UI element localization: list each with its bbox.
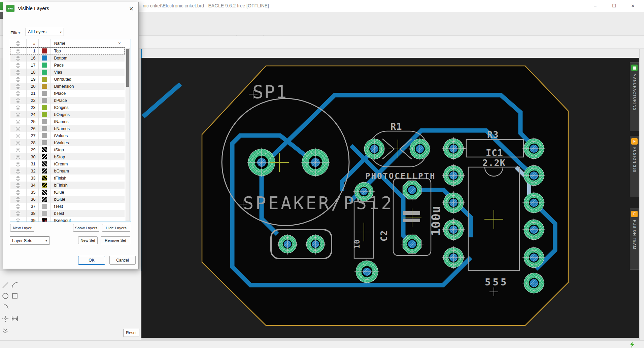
layer-row[interactable]: 21tPlace [10,90,125,97]
visibility-eye-icon[interactable] [16,56,20,61]
layer-row[interactable]: 35tGlue [10,189,125,196]
visibility-eye-icon[interactable] [16,113,20,117]
visibility-eye-icon[interactable] [16,197,20,202]
visibility-eye-icon[interactable] [16,204,20,209]
layer-color-swatch[interactable] [42,70,47,75]
layer-color-swatch[interactable] [42,168,47,173]
layer-color-swatch[interactable] [42,55,47,61]
more-tools-chevron-icon[interactable] [1,327,9,335]
layer-row[interactable]: 22bPlace [10,97,125,104]
layer-row[interactable]: 34bFinish [10,182,125,189]
layer-color-swatch[interactable] [42,161,47,166]
layer-row[interactable]: 32bCream [10,167,125,175]
new-layer-button[interactable]: New Layer [10,224,34,232]
visibility-eye-icon[interactable] [16,190,20,195]
new-set-button[interactable]: New Set [78,236,98,244]
visibility-eye-icon[interactable] [16,183,20,188]
visibility-eye-icon[interactable] [16,176,20,181]
layer-color-swatch[interactable] [42,119,47,124]
layer-color-swatch[interactable] [42,176,47,181]
visibility-eye-icon[interactable] [16,84,20,89]
show-layers-button[interactable]: Show Layers [73,224,99,232]
layer-color-swatch[interactable] [42,48,47,53]
circle-tool[interactable] [1,292,9,300]
layer-color-swatch[interactable] [42,211,47,216]
horizontal-scrollbar[interactable] [141,338,639,340]
visibility-eye-icon[interactable] [16,134,20,138]
rect-tool[interactable] [11,292,19,300]
layer-row[interactable]: 25tNames [10,118,125,125]
visibility-eye-icon[interactable] [16,148,20,152]
arc-tool-2[interactable] [1,303,9,311]
visibility-eye-icon[interactable] [16,77,20,82]
visibility-eye-icon[interactable] [16,127,20,131]
visibility-eye-icon[interactable] [16,99,20,103]
layer-color-swatch[interactable] [42,197,47,202]
visibility-eye-icon[interactable] [16,169,20,173]
layer-color-swatch[interactable] [42,183,47,188]
table-scrollbar-thumb[interactable] [126,49,129,87]
visibility-eye-icon[interactable] [16,155,20,159]
layer-color-swatch[interactable] [42,105,47,110]
layer-row[interactable]: 33tFinish [10,175,125,182]
layer-color-swatch[interactable] [42,218,47,222]
visibility-eye-icon[interactable] [16,141,20,145]
layer-color-swatch[interactable] [42,77,47,82]
layer-color-swatch[interactable] [42,91,47,96]
layer-color-swatch[interactable] [42,204,47,209]
visibility-eye-icon[interactable] [16,70,20,75]
layer-row[interactable]: 26bNames [10,125,125,132]
ok-button[interactable]: OK [78,256,105,265]
header-close-icon[interactable]: × [114,39,125,47]
line-tool[interactable] [1,281,9,289]
layer-row[interactable]: 17Pads [10,62,125,69]
layer-color-swatch[interactable] [42,133,47,138]
maximize-button[interactable]: ☐ [606,0,622,11]
measure-tool[interactable] [11,315,19,323]
layer-row[interactable]: 31tCream [10,160,125,167]
visibility-eye-icon[interactable] [16,63,20,68]
layer-row[interactable]: 1Top [10,47,125,54]
lightning-icon[interactable] [629,341,636,348]
visibility-eye-icon[interactable] [16,219,20,222]
layer-row[interactable]: 39tKeepout [10,217,125,222]
visibility-header-eye-icon[interactable] [10,39,26,47]
visibility-eye-icon[interactable] [16,91,20,96]
dialog-close-icon[interactable]: ✕ [127,5,136,13]
layer-row[interactable]: 29tStop [10,146,125,153]
layer-row[interactable]: 18Vias [10,69,125,76]
layer-row[interactable]: 19Unrouted [10,76,125,83]
sidebar-tab-manufacturing[interactable]: ▦MANUFACTURING [630,62,639,131]
layer-row[interactable]: 24bOrigins [10,111,125,118]
sidebar-tab-fusion-360[interactable]: FFUSION 360 [630,136,639,197]
remove-set-button[interactable]: Remove Set [101,236,130,244]
hide-layers-button[interactable]: Hide Layers [102,224,130,232]
close-button[interactable]: ✕ [625,0,641,11]
layer-row[interactable]: 23tOrigins [10,104,125,111]
visibility-eye-icon[interactable] [16,120,20,124]
layer-row[interactable]: 16Bottom [10,54,125,62]
layer-color-swatch[interactable] [42,147,47,152]
mark-tool[interactable] [1,315,9,323]
filter-dropdown[interactable]: All Layers▾ [26,28,64,36]
layer-row[interactable]: 38bTest [10,210,125,217]
layer-color-swatch[interactable] [42,63,47,68]
layer-row[interactable]: 28bValues [10,139,125,146]
visibility-eye-icon[interactable] [16,49,20,53]
layer-row[interactable]: 37tTest [10,203,125,210]
layer-sets-dropdown[interactable]: Layer Sets▾ [10,236,49,245]
layer-color-swatch[interactable] [42,98,47,103]
visibility-eye-icon[interactable] [16,162,20,166]
layer-color-swatch[interactable] [42,154,47,159]
layer-row[interactable]: 30bStop [10,153,125,160]
layer-color-swatch[interactable] [42,140,47,145]
table-scrollbar[interactable] [126,48,130,221]
cancel-button[interactable]: Cancel [109,256,136,265]
layer-color-swatch[interactable] [42,190,47,195]
minimize-button[interactable]: – [587,0,603,11]
arc-tool[interactable] [11,281,19,289]
layer-row[interactable]: 20Dimension [10,83,125,90]
layer-color-swatch[interactable] [42,112,47,117]
layer-row[interactable]: 36bGlue [10,196,125,203]
visibility-eye-icon[interactable] [16,106,20,110]
